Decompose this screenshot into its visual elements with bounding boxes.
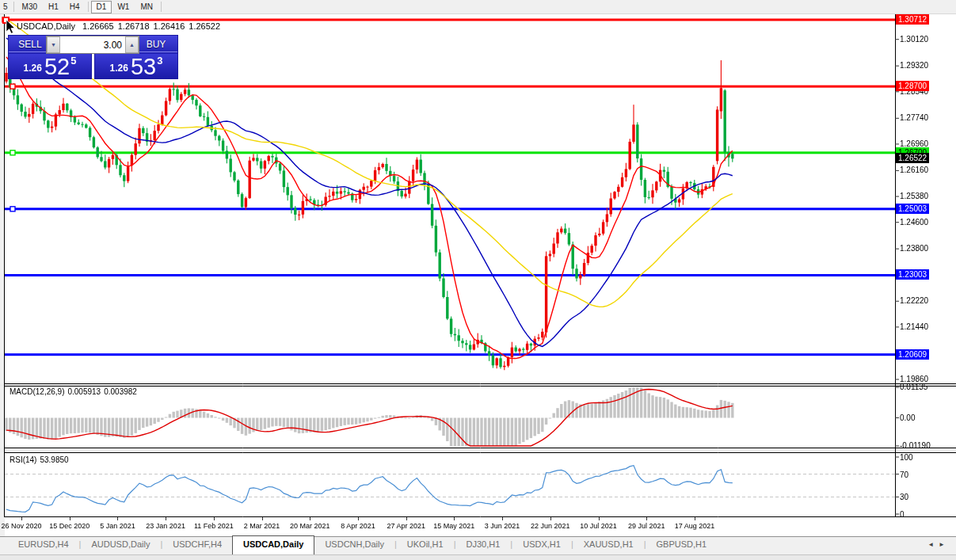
price-level-badge: 1.26522 (896, 153, 929, 163)
timeframe-button-d1[interactable]: D1 (91, 1, 112, 13)
tab-scrollers: ◄► (927, 541, 950, 548)
date-axis-label: 20 Mar 2021 (284, 522, 335, 530)
tab-audusd-daily[interactable]: AUDUSD,Daily (81, 537, 160, 554)
date-axis-label: 27 Apr 2021 (381, 522, 432, 530)
buy-price-prefix: 1.26 (110, 63, 128, 74)
volume-stepper: ▼ ▲ (46, 36, 139, 54)
tab-eurusd-h4[interactable]: EURUSD,H4 (8, 537, 79, 554)
buy-price-sup: 3 (157, 55, 162, 67)
price-axis-label: 1.23800 (900, 244, 928, 253)
mouse-cursor-icon (6, 20, 17, 35)
tab-xauusd-h1[interactable]: XAUUSD,H1 (573, 537, 644, 554)
sell-price-box[interactable]: 1.26 52 5 (8, 54, 92, 79)
price-level-badge: 1.30712 (896, 14, 929, 25)
timeframe-button-mn[interactable]: MN (135, 1, 158, 13)
date-axis-label: 2 Mar 2021 (237, 522, 288, 530)
sell-price-big: 52 (44, 56, 70, 77)
timeframe-button-partial[interactable]: 5 (0, 1, 11, 13)
price-level-badge: 1.28700 (896, 81, 929, 91)
price-axis-label: 1.29320 (900, 61, 928, 70)
chart-tab-bar: EURUSD,H4|AUDUSD,Daily|USDCHF,H4USDCAD,D… (0, 536, 956, 554)
rsi-axis-label: 100 (900, 453, 913, 462)
buy-button[interactable]: BUY (135, 39, 177, 52)
date-axis-label: 23 Jan 2021 (140, 522, 191, 530)
price-axis-label: 1.24600 (900, 218, 928, 227)
ohlc-high: 1.26718 (118, 21, 150, 31)
one-click-trade-panel: SELL ▼ ▲ BUY 1.26 52 5 1.26 53 3 (8, 35, 178, 78)
macd-indicator-label: MACD(12,26,9)0.0059130.003982 (10, 387, 140, 396)
chart-symbol-label: USDCAD,Daily (17, 21, 75, 31)
buy-price-big: 53 (131, 56, 156, 77)
macd-axis-label: -0.01190 (900, 441, 931, 450)
price-axis-label: 1.27740 (900, 113, 928, 122)
volume-increase-icon[interactable]: ▲ (125, 36, 139, 53)
timeframe-button-w1[interactable]: W1 (112, 1, 135, 13)
ohlc-low: 1.26416 (154, 21, 185, 31)
axis-labels-layer: MACD(12,26,9)0.0059130.003982 RSI(14)53.… (0, 0, 956, 560)
scroll-right-icon[interactable]: ► (939, 541, 950, 548)
price-axis-label: 1.26160 (900, 166, 928, 174)
date-axis-label: 8 Apr 2021 (333, 522, 383, 530)
date-axis-label: 29 Jul 2021 (621, 522, 672, 530)
toolbar-separator (13, 2, 14, 12)
scroll-left-icon[interactable]: ◄ (927, 541, 939, 548)
price-axis-label: 1.22220 (900, 296, 928, 305)
toolbar-separator (88, 2, 89, 12)
tab-ukoil-h1[interactable]: UKOil,H1 (397, 537, 454, 554)
rsi-indicator-label: RSI(14)53.9850 (10, 455, 72, 464)
date-axis-label: 17 Aug 2021 (669, 522, 720, 530)
rsi-value: 53.9850 (40, 455, 68, 464)
macd-name: MACD(12,26,9) (10, 387, 64, 396)
timeframe-button-h4[interactable]: H4 (64, 1, 86, 13)
rsi-axis-label: 30 (900, 493, 908, 501)
date-axis-label: 3 Jun 2021 (477, 522, 528, 530)
date-axis-label: 15 May 2021 (428, 522, 479, 530)
rsi-name: RSI(14) (10, 455, 36, 464)
sell-button[interactable]: SELL (9, 39, 51, 52)
rsi-axis-label: 0 (900, 510, 905, 519)
trade-panel-top-row: SELL ▼ ▲ BUY (8, 35, 178, 54)
trade-panel-price-row: 1.26 52 5 1.26 53 3 (8, 54, 178, 79)
ohlc-close: 1.26522 (189, 21, 220, 31)
toolbar-separator (161, 2, 162, 12)
tab-dj30-h1[interactable]: DJ30,H1 (456, 537, 511, 554)
sell-price-prefix: 1.26 (24, 63, 42, 74)
volume-decrease-icon[interactable]: ▼ (47, 36, 60, 53)
rsi-axis-label: 70 (900, 470, 908, 479)
trading-platform-window: 5M30H1H4D1W1MN USDCAD,Daily1.266651.2671… (0, 0, 956, 560)
macd-axis-label: 0.00 (900, 413, 915, 422)
price-axis-label: 1.25380 (900, 192, 928, 200)
macd-axis-label: 0.01135 (900, 383, 927, 391)
price-level-badge: 1.23003 (896, 269, 929, 280)
date-axis-label: 11 Feb 2021 (189, 522, 239, 530)
date-axis-label: 22 Jun 2021 (525, 522, 576, 530)
date-axis-label: 10 Jul 2021 (573, 522, 624, 530)
price-level-badge: 1.20609 (896, 349, 929, 360)
timeframe-button-h1[interactable]: H1 (43, 1, 64, 13)
tab-usdchf-h4[interactable]: USDCHF,H4 (162, 537, 232, 554)
timeframe-button-m30[interactable]: M30 (17, 1, 43, 13)
status-bar (0, 554, 956, 560)
tab-gbpusd-h1[interactable]: GBPUSD,H1 (646, 537, 718, 554)
chart-title: USDCAD,Daily1.266651.267181.264161.26522 (17, 21, 224, 31)
sell-price-sup: 5 (70, 55, 76, 67)
macd-main-value: 0.005913 (67, 387, 101, 396)
tab-usdcnh-daily[interactable]: USDCNH,Daily (314, 537, 394, 554)
buy-price-box[interactable]: 1.26 53 3 (94, 54, 178, 79)
ohlc-open: 1.26665 (82, 21, 114, 31)
date-axis-label: 15 Dec 2020 (44, 522, 95, 530)
tab-usdcad-daily[interactable]: USDCAD,Daily (232, 535, 314, 555)
price-axis-label: 1.30120 (900, 35, 928, 44)
timeframe-toolbar: 5M30H1H4D1W1MN (0, 0, 956, 14)
macd-signal-value: 0.003982 (104, 387, 137, 396)
date-axis-label: 26 Nov 2020 (0, 522, 47, 530)
volume-input[interactable] (60, 36, 125, 53)
date-axis-label: 5 Jan 2021 (92, 522, 143, 530)
tab-usdx-h1[interactable]: USDX,H1 (512, 537, 571, 554)
price-axis-label: 1.21440 (900, 322, 928, 331)
price-level-badge: 1.25003 (896, 204, 929, 214)
